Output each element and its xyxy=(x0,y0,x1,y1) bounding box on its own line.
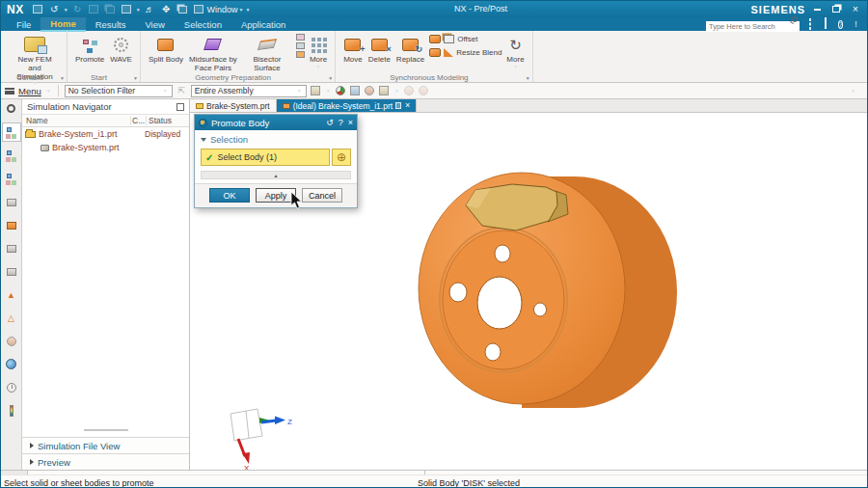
roles-icon[interactable] xyxy=(5,102,18,115)
toolbar-options-icon[interactable]: ▼ xyxy=(246,7,251,13)
selection-filter-dropdown[interactable]: No Selection Filter ▼ xyxy=(65,85,173,97)
tab-file[interactable]: File xyxy=(7,18,41,31)
shaded-display-icon[interactable] xyxy=(336,86,346,96)
tab-view[interactable]: View xyxy=(135,18,174,31)
display-caret[interactable]: ▼ xyxy=(394,88,399,94)
select-body-field[interactable]: ✓ Select Body (1) xyxy=(201,149,330,166)
help-icon[interactable]: ? xyxy=(835,19,846,29)
sync-more-icon: ↻ xyxy=(509,38,522,52)
restore-button[interactable] xyxy=(828,3,844,15)
minimize-ribbon-icon[interactable] xyxy=(820,19,830,29)
start-group-caret[interactable]: ▼ xyxy=(133,75,138,81)
simulation-navigator-icon[interactable] xyxy=(2,122,21,142)
close-tab-icon[interactable]: × xyxy=(405,101,410,110)
panel-pin-icon[interactable] xyxy=(176,103,184,111)
doc-tab-ideal-brake-system[interactable]: (Ideal) Brake-System_i1.prt × xyxy=(277,99,418,112)
assembly-navigator-icon[interactable] xyxy=(5,173,18,185)
resize-blend-button[interactable]: Resize Blend xyxy=(427,47,503,58)
snap-caret[interactable]: ▼ xyxy=(326,88,331,94)
simulation-file-view-section[interactable]: Simulation File View xyxy=(22,437,189,453)
window-menu[interactable]: Window xyxy=(207,5,238,14)
fit-view-icon[interactable] xyxy=(350,86,361,96)
cascade-windows-icon[interactable] xyxy=(176,4,189,14)
sheet-icon[interactable] xyxy=(296,34,305,41)
menu-icon[interactable] xyxy=(5,88,14,95)
move-object-icon[interactable] xyxy=(379,86,390,96)
save-icon[interactable] xyxy=(32,4,44,14)
replace-button[interactable]: ↻ Replace xyxy=(393,34,427,66)
dialog-reset-icon[interactable]: ↺ xyxy=(326,118,334,127)
cylinder-icon[interactable] xyxy=(296,42,305,49)
part-navigator-icon[interactable] xyxy=(5,196,18,208)
history-icon[interactable] xyxy=(5,381,18,393)
split-body-button[interactable]: Split Body xyxy=(146,34,186,66)
offset-button[interactable]: Offset xyxy=(427,34,503,44)
minimize-button[interactable] xyxy=(809,3,825,15)
touch-mode-icon[interactable]: ✥ xyxy=(160,4,173,14)
doc-tab-brake-system[interactable]: Brake-System.prt xyxy=(190,99,277,112)
selection-group-label: Selection xyxy=(210,134,248,145)
tab-home[interactable]: Home xyxy=(41,17,85,32)
table-row[interactable]: Brake-System.prt xyxy=(22,141,189,154)
delete-button[interactable]: × Delete xyxy=(366,34,393,66)
panel-splitter[interactable] xyxy=(22,427,189,433)
history-palette-icon[interactable]: ▲ xyxy=(5,288,18,301)
undo-icon[interactable]: ↺ xyxy=(48,4,61,14)
move-button[interactable]: + Move xyxy=(340,34,366,66)
box-icon[interactable] xyxy=(296,51,305,58)
show-hide-icon[interactable] xyxy=(365,86,375,96)
process-studio-icon[interactable]: △ xyxy=(5,312,18,324)
dialog-collapse-strip[interactable]: ▲ xyxy=(201,171,351,179)
tab-results[interactable]: Results xyxy=(86,18,136,31)
graphics-viewport[interactable]: Brake-System.prt (Ideal) Brake-System_i1… xyxy=(190,99,867,470)
sync-group-caret[interactable]: ▼ xyxy=(526,75,530,81)
column-c[interactable]: C... xyxy=(131,116,147,125)
midsurface-button[interactable]: Midsurface by Face Pairs xyxy=(186,34,240,74)
cancel-button[interactable]: Cancel xyxy=(302,188,342,203)
orientation-triad[interactable]: Z X xyxy=(223,406,294,470)
tab-selection[interactable]: Selection xyxy=(175,18,231,31)
geometry-more-button[interactable]: More ▼ xyxy=(307,34,330,70)
sync-more-button[interactable]: ↻ More ▼ xyxy=(503,34,527,70)
color-legend-icon[interactable] xyxy=(5,404,18,417)
geometry-group-caret[interactable]: ▼ xyxy=(328,75,333,81)
tab-application[interactable]: Application xyxy=(231,18,295,31)
window-icon[interactable] xyxy=(193,4,205,14)
search-input[interactable] xyxy=(706,21,800,32)
dialog-help-icon[interactable]: ? xyxy=(339,118,343,127)
hd3d-tools-icon[interactable] xyxy=(5,242,18,255)
column-name[interactable]: Name xyxy=(22,116,131,125)
ok-button[interactable]: OK xyxy=(209,188,250,203)
alerts-icon[interactable]: ! xyxy=(851,19,861,29)
tag-layout-icon[interactable] xyxy=(121,4,133,14)
wave-button[interactable]: WAVE xyxy=(107,34,135,66)
geometry-mini-gallery xyxy=(294,34,307,58)
detach-tab-icon[interactable] xyxy=(395,102,401,109)
command-finder-mic-icon[interactable]: ♬ xyxy=(144,4,156,14)
dialog-close-icon[interactable]: × xyxy=(348,118,353,127)
context-group-caret[interactable]: ▼ xyxy=(60,75,65,81)
promote-button[interactable]: Promote xyxy=(72,34,107,66)
fullscreen-icon[interactable] xyxy=(804,19,815,29)
column-status[interactable]: Status xyxy=(147,116,189,125)
toolbar-overflow-caret[interactable]: ▼ xyxy=(851,88,855,94)
search-icon[interactable] xyxy=(792,16,798,22)
web-browser-icon[interactable] xyxy=(5,265,18,278)
selection-group-header[interactable]: Selection xyxy=(201,134,351,145)
close-button[interactable]: × xyxy=(848,3,863,15)
undo-dropdown-icon[interactable]: ▼ xyxy=(64,7,68,13)
preview-section[interactable]: Preview xyxy=(22,453,189,470)
snap-point-icon[interactable] xyxy=(311,86,321,96)
table-row[interactable]: Brake-System_i1.prt Displayed xyxy=(22,127,189,141)
menu-caret[interactable]: ▼ xyxy=(46,88,51,94)
bisector-surface-button[interactable]: Bisector Surface xyxy=(240,34,294,74)
dialog-titlebar[interactable]: Promote Body ↺ ? × xyxy=(195,115,357,130)
internet-icon[interactable] xyxy=(5,358,18,370)
selection-scope-dropdown[interactable]: Entire Assembly ▼ xyxy=(191,85,307,97)
materials-icon[interactable] xyxy=(5,335,18,347)
reuse-library-icon[interactable] xyxy=(5,219,18,231)
tag-dropdown-icon[interactable]: ▼ xyxy=(136,7,141,13)
point-dialog-icon[interactable]: ⊕ xyxy=(332,149,351,166)
post-processing-navigator-icon[interactable] xyxy=(5,149,18,162)
window-dropdown-icon[interactable]: ▼ xyxy=(239,7,244,13)
